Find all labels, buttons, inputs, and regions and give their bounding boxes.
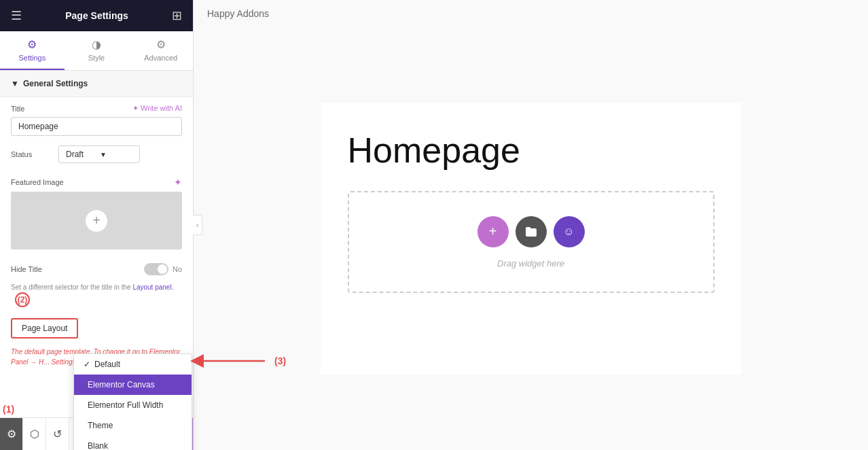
panel-header: ☰ Page Settings ⊞ — [0, 0, 193, 31]
menu-icon[interactable]: ☰ — [11, 8, 22, 23]
dropdown-item-theme[interactable]: Theme — [74, 415, 192, 436]
settings-tab-label: Settings — [18, 54, 46, 62]
right-canvas: Happy Addons Homepage + ☺ Drag widget he… — [194, 0, 868, 450]
status-value: Draft — [66, 150, 84, 159]
advanced-tab-label: Advanced — [144, 54, 177, 62]
page-layout-row: Page Layout — [0, 313, 193, 344]
style-tab-label: Style — [88, 54, 105, 62]
advanced-tab-icon: ⚙ — [156, 38, 166, 51]
general-settings-section[interactable]: ▼ General Settings — [0, 71, 193, 97]
featured-image-label: Featured Image — [11, 178, 64, 186]
page-layout-dropdown: ✓ Default Elementor Canvas Elementor Ful… — [73, 353, 192, 450]
status-select-arrow: ▼ — [100, 151, 107, 158]
dropdown-item-elementor-fullwidth[interactable]: Elementor Full Width — [74, 395, 192, 415]
canvas-brand: Happy Addons — [207, 8, 269, 19]
layout-panel-link[interactable]: Layout panel. — [132, 283, 173, 291]
dropdown-item-blank[interactable]: Blank — [74, 436, 192, 450]
featured-image-label-row: Featured Image ✦ — [11, 177, 182, 188]
canvas-drop-actions: + ☺ — [477, 216, 585, 247]
title-group: Title ✦ Write with AI — [0, 97, 193, 143]
left-panel: ☰ Page Settings ⊞ ⚙ Settings ◑ Style ⚙ A… — [0, 0, 194, 450]
check-icon: ✓ — [84, 360, 90, 369]
title-input[interactable] — [11, 117, 182, 136]
featured-image-group: Featured Image ✦ + — [0, 170, 193, 256]
happy-addons-icon: ☺ — [563, 226, 574, 238]
dropdown-item-elementor-canvas[interactable]: Elementor Canvas — [74, 375, 192, 395]
add-image-icon: + — [86, 210, 107, 232]
settings-tab-icon: ⚙ — [27, 38, 37, 51]
callout-1-label: (1) — [3, 404, 14, 415]
canvas-body: Homepage + ☺ Drag widget here — [194, 27, 868, 450]
canvas-page: Homepage + ☺ Drag widget here — [321, 103, 742, 375]
status-select[interactable]: Draft ▼ — [58, 145, 140, 163]
callout-2: (2) — [15, 292, 30, 307]
section-arrow: ▼ — [11, 79, 19, 88]
grid-icon[interactable]: ⊞ — [172, 8, 182, 23]
page-layout-box[interactable]: Page Layout — [11, 318, 78, 339]
folder-button[interactable] — [516, 216, 547, 247]
toolbar-settings-icon[interactable]: ⚙ — [0, 418, 23, 451]
canvas-page-title: Homepage — [348, 130, 520, 171]
dropdown-label-elementor-fullwidth: Elementor Full Width — [88, 400, 163, 410]
dropdown-label-elementor-canvas: Elementor Canvas — [88, 380, 155, 390]
hint-text: Set a different selector for the title i… — [0, 282, 193, 313]
canvas-drop-zone[interactable]: + ☺ Drag widget here — [348, 191, 715, 293]
dropdown-label-theme: Theme — [88, 421, 113, 430]
toggle-knob — [158, 264, 167, 274]
hint-text-content: Set a different selector for the title i… — [11, 283, 131, 291]
annotation-1: (1) — [3, 404, 14, 415]
tab-settings[interactable]: ⚙ Settings — [0, 31, 65, 70]
collapse-icon: ‹ — [196, 222, 198, 229]
dropdown-label-blank: Blank — [88, 441, 108, 450]
status-group: Status Draft ▼ — [0, 143, 193, 170]
section-label: General Settings — [23, 79, 88, 88]
toggle-label: No — [173, 265, 182, 273]
happy-addons-button[interactable]: ☺ — [554, 216, 585, 247]
panel-tabs: ⚙ Settings ◑ Style ⚙ Advanced — [0, 31, 193, 71]
hide-title-label: Hide Title — [11, 265, 42, 273]
style-tab-icon: ◑ — [92, 38, 101, 51]
status-label: Status — [11, 150, 52, 158]
folder-icon — [524, 225, 538, 239]
add-widget-button[interactable]: + — [477, 216, 509, 247]
title-label: Title — [11, 105, 24, 113]
hide-title-toggle-wrap: No — [144, 263, 182, 275]
drop-hint: Drag widget here — [497, 258, 564, 269]
dropdown-label-default: Default — [94, 360, 120, 369]
canvas-header: Happy Addons — [194, 0, 868, 27]
panel-title: Page Settings — [65, 10, 128, 21]
featured-image-icon: ✦ — [174, 177, 182, 188]
tab-advanced[interactable]: ⚙ Advanced — [128, 31, 193, 70]
toolbar-history-icon[interactable]: ↺ — [46, 418, 69, 451]
write-ai-button[interactable]: ✦ Write with AI — [132, 104, 182, 113]
hide-title-row: Hide Title No — [0, 256, 193, 282]
featured-image-placeholder[interactable]: + — [11, 192, 182, 249]
tab-style[interactable]: ◑ Style — [65, 31, 129, 70]
collapse-panel-button[interactable]: ‹ — [193, 215, 202, 235]
dropdown-item-default[interactable]: ✓ Default — [74, 354, 192, 375]
hide-title-toggle[interactable] — [144, 263, 168, 275]
toolbar-layers-icon[interactable]: ⬡ — [23, 418, 46, 451]
title-label-row: Title ✦ Write with AI — [11, 104, 182, 113]
